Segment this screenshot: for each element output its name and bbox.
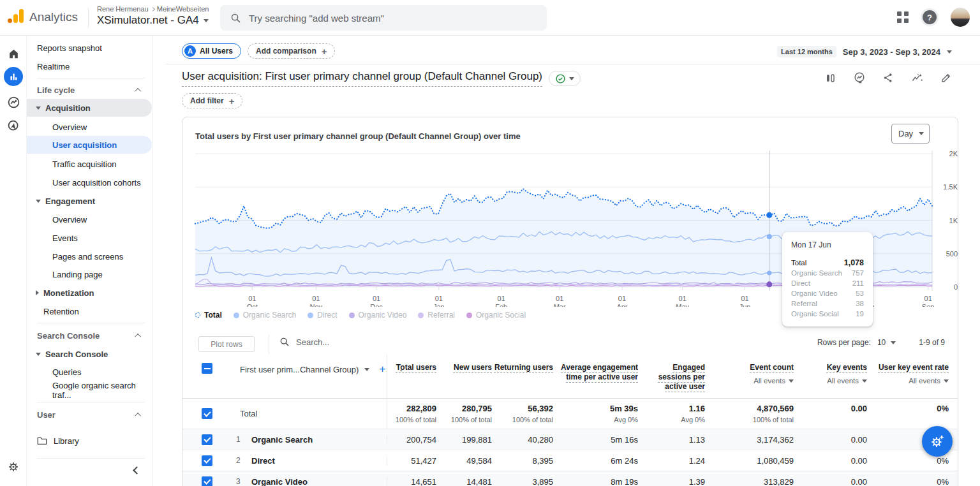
select-all-checkbox[interactable] — [202, 363, 212, 374]
row-checkbox[interactable] — [202, 455, 212, 466]
column-header-new-users[interactable]: New users — [436, 355, 492, 398]
explore-trend-icon[interactable] — [910, 72, 924, 84]
table-row-organic-search: 1 Organic Search 200,754 199,881 40,280 … — [182, 429, 958, 450]
sidebar-group-monetization[interactable]: Monetization — [27, 285, 152, 300]
series-dot-icon — [349, 313, 355, 318]
reports-icon[interactable] — [0, 65, 27, 88]
sidebar-divider — [37, 78, 145, 78]
column-header-returning-users[interactable]: Returning users — [492, 355, 553, 398]
dimension-selector[interactable]: First user prim...Channel Group) + — [240, 363, 385, 376]
report-nav-sidebar: Reports snapshot Realtime Life cycle Acq… — [27, 36, 153, 486]
advertising-icon[interactable] — [0, 114, 27, 137]
sidebar-item-user-acquisition-cohorts[interactable]: User acquisition cohorts — [27, 175, 152, 190]
chart-legend: TotalOrganic SearchDirectOrganic VideoRe… — [195, 311, 526, 320]
date-range-picker[interactable]: Last 12 months Sep 3, 2023 - Sep 3, 2024 — [777, 46, 952, 57]
sidebar-item-queries[interactable]: Queries — [27, 364, 152, 379]
legend-label: Total — [204, 311, 222, 320]
sidebar-group-acquisition[interactable]: Acquisition — [27, 99, 152, 117]
svg-text:Dec: Dec — [370, 303, 383, 307]
legend-label: Direct — [317, 311, 337, 320]
global-search[interactable] — [220, 5, 547, 31]
explore-icon[interactable] — [0, 91, 27, 114]
sort-descending-icon[interactable]: ↓ — [399, 362, 404, 373]
sidebar-item-pages-and-screens[interactable]: Pages and screens — [27, 249, 152, 264]
segment-chip-all-users[interactable]: A All Users — [182, 43, 241, 59]
legend-label: Organic Search — [243, 311, 296, 320]
cell-total-users: 282,809100% of total — [387, 404, 436, 423]
column-header-engaged-sessions[interactable]: Engaged sessions per active user — [638, 355, 705, 398]
add-comparison-button[interactable]: Add comparison+ — [248, 43, 335, 59]
rate-filter[interactable]: All events — [909, 376, 949, 386]
divider — [166, 64, 980, 64]
admin-gear-icon[interactable] — [0, 455, 27, 478]
edit-pencil-icon[interactable] — [940, 72, 952, 84]
sidebar-item-engagement-overview[interactable]: Overview — [27, 212, 152, 227]
sidebar-item-reports-snapshot[interactable]: Reports snapshot — [27, 40, 152, 55]
sidebar-item-landing-page[interactable]: Landing page — [27, 267, 152, 282]
sidebar-item-acquisition-overview[interactable]: Overview — [27, 119, 152, 135]
cell-engaged-sessions: 1.39 — [638, 477, 705, 486]
legend-item-organic-video[interactable]: Organic Video — [349, 311, 407, 320]
column-header-event-count[interactable]: Event count All events — [705, 355, 794, 398]
legend-item-organic-social[interactable]: Organic Social — [466, 311, 526, 320]
legend-item-referral[interactable]: Referral — [418, 311, 455, 320]
section-life-cycle[interactable]: Life cycle — [27, 82, 152, 98]
key-events-filter[interactable]: All events — [827, 376, 867, 386]
svg-text:Apr: Apr — [616, 303, 627, 307]
granularity-select[interactable]: Day — [891, 124, 930, 144]
home-icon[interactable] — [0, 42, 27, 65]
search-icon — [279, 337, 290, 347]
legend-item-direct[interactable]: Direct — [308, 311, 337, 320]
rows-per-page-select[interactable]: 10 — [877, 338, 896, 347]
column-header-key-events[interactable]: Key events All events — [794, 355, 867, 398]
legend-item-organic-search[interactable]: Organic Search — [234, 311, 296, 320]
table-search-input[interactable] — [296, 337, 424, 347]
plot-rows-button[interactable]: Plot rows — [198, 336, 255, 352]
help-icon[interactable]: ? — [923, 10, 937, 24]
sidebar-item-retention[interactable]: Retention — [27, 304, 152, 319]
reports-active-indicator — [4, 67, 23, 86]
collapse-sidebar-button[interactable] — [134, 464, 140, 476]
insights-icon[interactable] — [853, 71, 866, 84]
avatar[interactable] — [951, 8, 970, 27]
sidebar-item-user-acquisition[interactable]: User acquisition — [27, 136, 152, 154]
check-circle-icon — [555, 73, 566, 84]
section-search-console[interactable]: Search Console — [27, 328, 152, 343]
svg-text:Jun: Jun — [739, 303, 751, 307]
sidebar-item-google-organic-search[interactable]: Google organic search traf... — [27, 383, 152, 398]
svg-text:Nov: Nov — [310, 303, 323, 307]
cell-key-events: 0.00 — [794, 456, 867, 466]
google-apps-icon[interactable] — [897, 11, 909, 23]
table-toolbar: Plot rows Rows per page: 10 1-9 of 9 — [182, 335, 958, 355]
row-checkbox[interactable] — [202, 434, 212, 445]
column-header-total-users[interactable]: Total users — [387, 355, 436, 398]
breadcrumb[interactable]: Rene Hermenau MeineWebseiten — [97, 5, 209, 13]
compare-report-icon[interactable] — [824, 72, 836, 84]
property-selector[interactable]: XSimulator.net - GA4 — [97, 14, 209, 27]
row-checkbox[interactable] — [202, 476, 212, 486]
share-icon[interactable] — [882, 72, 894, 84]
search-input[interactable] — [249, 13, 517, 24]
add-dimension-icon[interactable]: + — [379, 363, 385, 376]
sidebar-item-library[interactable]: Library — [27, 433, 152, 448]
sidebar-group-engagement[interactable]: Engagement — [27, 193, 152, 209]
gear-sparkle-icon — [929, 433, 946, 450]
data-quality-button[interactable] — [549, 71, 581, 86]
header-divider — [88, 8, 89, 28]
insights-fab-button[interactable] — [922, 426, 953, 457]
sidebar-item-events[interactable]: Events — [27, 230, 152, 246]
expand-caret-icon — [36, 107, 41, 110]
add-filter-button[interactable]: Add filter+ — [182, 93, 242, 108]
column-header-avg-engagement-time[interactable]: Average engagement time per active user — [553, 355, 638, 398]
sidebar-item-traffic-acquisition[interactable]: Traffic acquisition — [27, 156, 152, 172]
legend-item-total[interactable]: Total — [195, 311, 222, 320]
column-header-user-key-event-rate[interactable]: User key event rate All events — [867, 355, 949, 398]
sidebar-group-search-console[interactable]: Search Console — [27, 346, 152, 362]
page-title[interactable]: User acquisition: First user primary cha… — [182, 70, 542, 87]
row-checkbox[interactable] — [202, 408, 212, 419]
analytics-logo-icon[interactable] — [8, 9, 24, 23]
sidebar-item-realtime[interactable]: Realtime — [27, 59, 152, 74]
event-count-filter[interactable]: All events — [754, 376, 794, 386]
table-search[interactable] — [279, 337, 424, 347]
section-user[interactable]: User — [27, 407, 152, 422]
